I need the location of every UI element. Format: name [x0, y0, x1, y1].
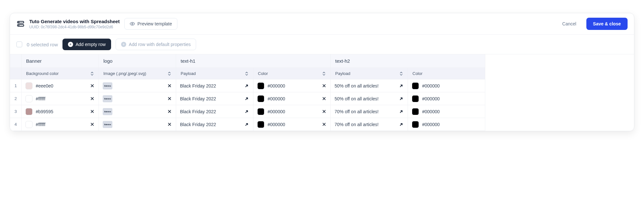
logo-cell[interactable]: Balmine — [99, 105, 176, 118]
toolbar: 0 selected row + Add empty row + Add row… — [10, 35, 634, 54]
sort-icon[interactable] — [167, 71, 171, 76]
clear-icon[interactable] — [167, 122, 172, 127]
expand-icon[interactable] — [399, 96, 404, 101]
cell-value: 70% off on all articles! — [335, 109, 395, 114]
logo-cell[interactable]: Balmine — [99, 92, 176, 105]
cell-value: 50% off on all articles! — [335, 96, 395, 101]
col-h2-payload[interactable]: Payload — [331, 68, 408, 79]
color-swatch — [257, 82, 264, 89]
sort-icon[interactable] — [245, 71, 249, 76]
preview-template-button[interactable]: Preview template — [124, 18, 177, 30]
color-value: #eee0e0 — [36, 83, 86, 88]
color-value: #000000 — [422, 96, 481, 101]
clear-icon[interactable] — [167, 83, 172, 88]
eye-icon — [130, 21, 135, 26]
select-all-checkbox[interactable] — [16, 41, 22, 47]
h2-color-cell[interactable]: #000000 — [408, 79, 485, 92]
template-icon — [16, 20, 25, 28]
color-value: #000000 — [268, 122, 318, 127]
plus-icon: + — [68, 42, 73, 47]
clear-icon[interactable] — [90, 83, 95, 88]
col-h1-payload[interactable]: Payload — [176, 68, 253, 79]
col-h2-color[interactable]: Color — [408, 68, 485, 79]
expand-icon[interactable] — [244, 109, 249, 114]
save-close-button[interactable]: Save & close — [586, 18, 628, 30]
color-swatch — [25, 108, 33, 115]
clear-icon[interactable] — [167, 109, 172, 114]
col-h1-color[interactable]: Color — [253, 68, 331, 79]
logo-cell[interactable]: Balmine — [99, 118, 176, 131]
corner-sub — [10, 68, 22, 79]
h2-payload-cell[interactable]: 50% off on all articles! — [331, 92, 408, 105]
color-value: #ffffff — [36, 96, 86, 101]
h1-color-cell[interactable]: #000000 — [253, 79, 331, 92]
color-value: #000000 — [268, 109, 318, 114]
logo-cell[interactable]: Balmine — [99, 79, 176, 92]
sort-icon[interactable] — [399, 71, 403, 76]
h2-color-cell[interactable]: #000000 — [408, 118, 485, 131]
selected-count: 0 selected row — [27, 42, 58, 47]
expand-icon[interactable] — [399, 109, 404, 114]
plus-icon: + — [121, 42, 126, 47]
expand-icon[interactable] — [244, 83, 249, 88]
clear-icon[interactable] — [90, 109, 95, 114]
clear-icon[interactable] — [90, 122, 95, 127]
h2-color-cell[interactable]: #000000 — [408, 92, 485, 105]
add-empty-row-button[interactable]: + Add empty row — [62, 39, 111, 50]
color-value: #000000 — [268, 96, 318, 101]
cell-value: 50% off on all articles! — [335, 83, 395, 88]
expand-icon[interactable] — [399, 122, 404, 127]
banner-color-cell[interactable]: #eee0e0 — [22, 79, 99, 92]
uuid-label: UUID: 0c76f398-2dc4-41db-98b5-d99c70e9d2… — [29, 25, 120, 29]
clear-icon[interactable] — [321, 122, 327, 127]
color-swatch — [257, 121, 264, 128]
logo-thumbnail: Balmine — [103, 121, 112, 128]
add-default-row-button[interactable]: + Add row with default properties — [116, 39, 196, 50]
cancel-button[interactable]: Cancel — [557, 18, 582, 30]
clear-icon[interactable] — [321, 96, 327, 101]
h1-color-cell[interactable]: #000000 — [253, 105, 331, 118]
group-header-banner: Banner — [22, 54, 99, 68]
clear-icon[interactable] — [321, 83, 327, 88]
expand-icon[interactable] — [244, 96, 249, 101]
h1-color-cell[interactable]: #000000 — [253, 118, 331, 131]
banner-color-cell[interactable]: #ffffff — [22, 92, 99, 105]
sort-icon[interactable] — [90, 71, 94, 76]
clear-icon[interactable] — [167, 96, 172, 101]
h1-payload-cell[interactable]: Black Friday 2022 — [176, 79, 253, 92]
col-logo-image[interactable]: Image (.png/.jpeg/.svg) — [99, 68, 176, 79]
row-number: 1 — [10, 79, 22, 92]
clear-icon[interactable] — [321, 109, 327, 114]
col-banner-bg[interactable]: Background color — [22, 68, 99, 79]
svg-point-2 — [19, 22, 19, 22]
cell-value: Black Friday 2022 — [180, 83, 241, 88]
banner-color-cell[interactable]: #b99595 — [22, 105, 99, 118]
h1-payload-cell[interactable]: Black Friday 2022 — [176, 105, 253, 118]
cell-value: Black Friday 2022 — [180, 122, 241, 127]
cell-value: Black Friday 2022 — [180, 96, 241, 101]
expand-icon[interactable] — [399, 83, 404, 88]
cell-value: 70% off on all articles! — [335, 122, 395, 127]
banner-color-cell[interactable]: #ffffff — [22, 118, 99, 131]
h1-color-cell[interactable]: #000000 — [253, 92, 331, 105]
svg-point-3 — [19, 25, 19, 25]
color-swatch — [25, 121, 33, 128]
h2-color-cell[interactable]: #000000 — [408, 105, 485, 118]
clear-icon[interactable] — [90, 96, 95, 101]
h2-payload-cell[interactable]: 50% off on all articles! — [331, 79, 408, 92]
h2-payload-cell[interactable]: 70% off on all articles! — [331, 118, 408, 131]
color-value: #000000 — [422, 83, 481, 88]
h1-payload-cell[interactable]: Black Friday 2022 — [176, 118, 253, 131]
expand-icon[interactable] — [244, 122, 249, 127]
color-value: #000000 — [422, 122, 481, 127]
svg-point-4 — [132, 23, 133, 24]
color-value: #000000 — [268, 83, 318, 88]
sort-icon[interactable] — [322, 71, 326, 76]
h1-payload-cell[interactable]: Black Friday 2022 — [176, 92, 253, 105]
h2-payload-cell[interactable]: 70% off on all articles! — [331, 105, 408, 118]
group-header-text-h2: text-h2 — [331, 54, 485, 68]
color-swatch — [25, 82, 33, 89]
logo-thumbnail: Balmine — [103, 82, 112, 89]
data-grid: Banner logo text-h1 text-h2 Background c… — [10, 54, 634, 131]
color-swatch — [412, 108, 419, 115]
